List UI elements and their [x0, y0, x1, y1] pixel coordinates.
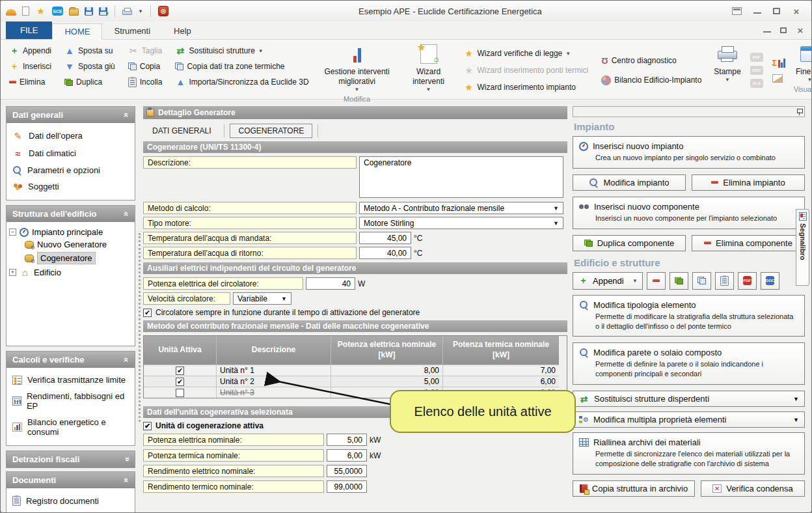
- sidebar-item-registro-documenti[interactable]: Registro documenti: [7, 493, 135, 509]
- col-header-attiva[interactable]: Unità Attiva: [144, 336, 217, 365]
- cell-pth[interactable]: 7,00: [443, 365, 559, 376]
- pth-input[interactable]: 6,00: [327, 449, 367, 462]
- stampe-button[interactable]: Stampe ▼: [709, 42, 746, 99]
- copia-elemento-button[interactable]: [692, 272, 711, 290]
- area-chart-icon[interactable]: [772, 74, 783, 83]
- sidebar-item-parametri[interactable]: Parametri e opzioni: [7, 162, 135, 178]
- inserisci-impianto-button[interactable]: Inserisci nuovo impianto Crea un nuovo i…: [573, 136, 805, 169]
- sidebar-item-rendimenti[interactable]: Rendimenti, fabbisogni ed EP: [7, 388, 135, 414]
- gestione-interventi-button[interactable]: Gestione interventi migliorativi ▼: [316, 42, 398, 94]
- circolatore-checkbox-row[interactable]: ✔ Circolatore sempre in funzione durante…: [143, 308, 567, 317]
- collapse-chevron-icon[interactable]: «: [122, 211, 131, 215]
- checkbox-checked-icon[interactable]: ✔: [143, 422, 152, 430]
- panel-header-struttura[interactable]: Struttura dell'edificio «: [7, 206, 135, 222]
- appendi-dropdown-button[interactable]: Appendi ▼: [573, 272, 643, 290]
- tab-strumenti[interactable]: Strumenti: [102, 23, 162, 39]
- tree-node-edificio[interactable]: + Edificio: [9, 266, 132, 279]
- sce-badge-icon[interactable]: SCE: [52, 7, 63, 16]
- riallinea-archivi-button[interactable]: Riallinea archivi dei materiali Permette…: [573, 432, 805, 475]
- row-checkbox-unchecked[interactable]: [176, 389, 184, 397]
- sidebar-item-verifica-trasmittanze[interactable]: Verifica trasmittanze limite: [7, 372, 135, 388]
- panel-header-documenti[interactable]: Documenti «: [7, 472, 135, 488]
- rend-th-input[interactable]: 99,0000: [327, 480, 367, 493]
- minimize-ribbon-icon[interactable]: [732, 7, 742, 15]
- sidebar-item-bilancio-energetico[interactable]: Bilancio energetico e consumi: [7, 414, 135, 440]
- tab-file[interactable]: FILE: [6, 21, 52, 39]
- finestre-button[interactable]: Finestre ▼: [791, 42, 812, 85]
- duplica-componente-button[interactable]: Duplica componente: [573, 235, 686, 251]
- panel-header-calcoli[interactable]: Calcoli e verifiche «: [7, 352, 135, 368]
- cell-descrizione[interactable]: Unità n° 2: [217, 376, 331, 387]
- sigma-chart-icon[interactable]: Σ: [772, 59, 785, 68]
- elimina-button[interactable]: Elimina: [7, 75, 53, 89]
- mdi-close-button[interactable]: ×: [796, 26, 805, 34]
- verifica-condensa-button[interactable]: ✕ Verifica condensa: [701, 480, 805, 497]
- duplica-elemento-button[interactable]: [670, 272, 688, 290]
- elimina-impianto-button[interactable]: Elimina impianto: [692, 174, 805, 191]
- row-checkbox-checked[interactable]: ✔: [176, 367, 184, 375]
- mdi-minimize-button[interactable]: [763, 28, 771, 33]
- panel-header-dati-generali[interactable]: Dati generali «: [7, 107, 135, 123]
- tree-node-cogeneratore[interactable]: Cogeneratore: [25, 251, 132, 266]
- descrizione-input[interactable]: Cogeneratore: [359, 156, 563, 198]
- esporta-doc-button[interactable]: DOC: [761, 272, 779, 290]
- importa-euclide3d-button[interactable]: Importa/Sincronizza da Euclide 3D: [173, 75, 310, 89]
- modifica-parete-button[interactable]: Modifica parete o solaio composto Permet…: [573, 342, 805, 385]
- close-button[interactable]: ×: [792, 7, 801, 15]
- wizard-interventi-button[interactable]: ★⌂ Wizard interventi ▼: [399, 42, 458, 99]
- exit-icon[interactable]: ◎: [158, 6, 169, 16]
- wizard-impianto-button[interactable]: Wizard inserimento impianto: [462, 80, 591, 94]
- cell-descrizione[interactable]: Unità n° 3: [217, 387, 331, 398]
- collapse-node-icon[interactable]: −: [9, 229, 16, 236]
- bilancio-edificio-button[interactable]: Bilancio Edificio-Impianto: [599, 73, 703, 87]
- save-icon[interactable]: [85, 7, 93, 16]
- cell-pth[interactable]: 6,00: [443, 376, 559, 387]
- incolla-elemento-button[interactable]: [715, 272, 734, 290]
- copia-struttura-button[interactable]: Copia struttura in archivio: [573, 480, 695, 497]
- t-ritorno-input[interactable]: 40,00: [359, 247, 411, 259]
- elimina-componente-button[interactable]: Elimina componente: [692, 235, 805, 251]
- modifica-tipologia-button[interactable]: Modifica tipologia elemento Permette di …: [573, 295, 805, 337]
- elimina-elemento-button[interactable]: [647, 272, 666, 290]
- sidebar-item-dati-opera[interactable]: Dati dell'opera: [7, 127, 135, 145]
- maximize-button[interactable]: [773, 8, 780, 14]
- new-wizard-icon[interactable]: [35, 6, 46, 17]
- collapse-chevron-icon[interactable]: «: [122, 477, 131, 482]
- sposta-su-button[interactable]: Sposta su: [62, 44, 117, 58]
- col-header-descrizione[interactable]: Descrizione: [217, 336, 331, 365]
- col-header-pel[interactable]: Potenza elettrica nominale [kW]: [331, 336, 443, 365]
- table-row[interactable]: ✔ Unità n° 2 5,00 6,00: [144, 376, 567, 387]
- velocita-select[interactable]: Variabile ▼: [233, 292, 291, 305]
- inserisci-componente-button[interactable]: Inserisci nuovo componente Inserisci un …: [573, 197, 805, 229]
- tab-home[interactable]: HOME: [52, 23, 102, 40]
- sposta-giu-button[interactable]: Sposta giù: [62, 59, 117, 74]
- col-header-pth[interactable]: Potenza termica nominale [kW]: [443, 336, 559, 365]
- expand-chevron-icon[interactable]: «: [122, 457, 131, 462]
- sidebar-splitter[interactable]: [135, 106, 143, 513]
- cell-pel[interactable]: 5,00: [331, 376, 443, 387]
- t-mandata-input[interactable]: 45,00: [359, 232, 411, 244]
- print-icon[interactable]: [122, 8, 132, 16]
- tipo-motore-select[interactable]: Motore Stirling ▼: [359, 217, 563, 229]
- appendi-button[interactable]: Appendi: [7, 44, 53, 58]
- tab-help[interactable]: Help: [162, 23, 203, 39]
- checkbox-checked-icon[interactable]: ✔: [143, 309, 152, 317]
- minimize-button[interactable]: [753, 9, 761, 14]
- modifica-multipla-button[interactable]: Modifica multipla proprietà elementi ▼: [573, 411, 805, 428]
- pel-input[interactable]: 5,00: [327, 434, 367, 446]
- copia-button[interactable]: Copia: [126, 59, 165, 74]
- mdi-restore-button[interactable]: [780, 27, 787, 33]
- cell-descrizione[interactable]: Unità n° 1: [217, 365, 331, 376]
- print-dropdown-arrow[interactable]: ▼: [138, 8, 143, 14]
- collapse-chevron-icon[interactable]: «: [122, 112, 131, 117]
- esporta-pdf-button[interactable]: PDF: [738, 272, 757, 290]
- row-checkbox-checked[interactable]: ✔: [176, 378, 184, 386]
- duplica-button[interactable]: Duplica: [62, 75, 117, 89]
- inserisci-button[interactable]: Inserisci: [7, 59, 53, 74]
- sidebar-item-soggetti[interactable]: Soggetti: [7, 178, 135, 195]
- new-document-icon[interactable]: [22, 7, 29, 16]
- segnalibro-tab[interactable]: Segnalibro: [796, 209, 809, 286]
- open-folder-icon[interactable]: [69, 8, 79, 16]
- tree-node-nuovo-generatore[interactable]: Nuovo Generatore: [25, 238, 132, 251]
- wizard-verifiche-button[interactable]: Wizard verifiche di legge ▼: [462, 46, 591, 61]
